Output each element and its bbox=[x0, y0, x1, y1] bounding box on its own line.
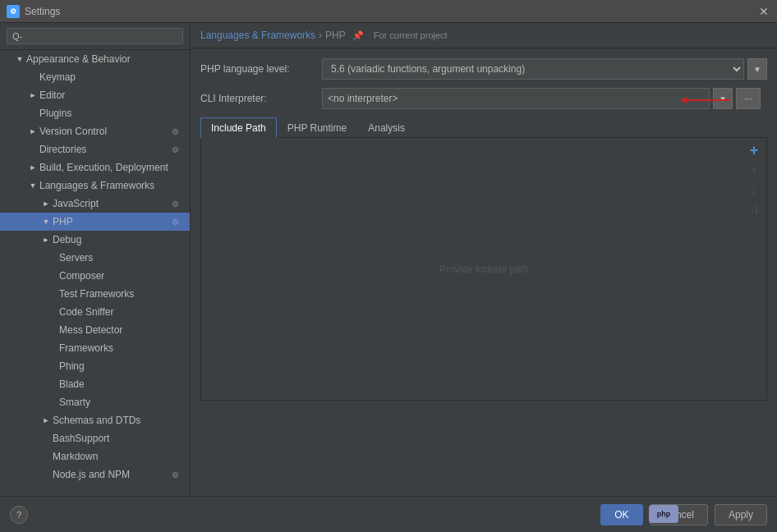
arrow-icon: ► bbox=[26, 161, 39, 174]
sidebar-item-label: Keymap bbox=[39, 71, 183, 83]
sidebar-item-build[interactable]: ► Build, Execution, Deployment bbox=[0, 158, 190, 177]
help-button[interactable]: ? bbox=[10, 506, 28, 524]
language-level-select[interactable]: 5.6 (variadic functions, argument unpack… bbox=[322, 58, 744, 80]
move-down-button[interactable]: ↓ bbox=[745, 181, 763, 199]
tabs-container: Include Path PHP Runtime Analysis Provid… bbox=[200, 117, 767, 401]
sidebar-item-test-frameworks[interactable]: Test Frameworks bbox=[0, 285, 190, 303]
sidebar-item-label: Directories bbox=[39, 144, 168, 155]
spacer bbox=[46, 269, 59, 282]
arrow-icon: ► bbox=[26, 89, 39, 102]
sidebar-item-label: Frameworks bbox=[59, 342, 183, 354]
sidebar-item-appearance[interactable]: ▼ Appearance & Behavior bbox=[0, 50, 190, 68]
language-level-label: PHP language level: bbox=[200, 63, 315, 75]
sidebar-item-label: Plugins bbox=[39, 108, 183, 119]
spacer bbox=[46, 251, 59, 264]
sidebar-item-phing[interactable]: Phing bbox=[0, 357, 190, 375]
sidebar-item-composer[interactable]: Composer bbox=[0, 267, 190, 285]
sidebar-item-label: Version Control bbox=[39, 126, 168, 137]
sidebar-item-javascript[interactable]: ► JavaScript ⚙ bbox=[0, 195, 190, 213]
spacer bbox=[39, 450, 53, 463]
sidebar-item-label: PHP bbox=[53, 216, 168, 227]
breadcrumb-part1[interactable]: Languages & Frameworks bbox=[200, 30, 315, 41]
sidebar-item-markdown[interactable]: Markdown bbox=[0, 447, 190, 466]
apply-button[interactable]: Apply bbox=[715, 504, 767, 525]
arrow-icon: ► bbox=[39, 197, 53, 210]
sidebar-item-label: Smarty bbox=[59, 397, 183, 408]
tabs-row: Include Path PHP Runtime Analysis bbox=[200, 117, 767, 138]
settings-content: PHP language level: 5.6 (variadic functi… bbox=[191, 48, 777, 496]
spacer bbox=[46, 323, 59, 337]
arrow-icon: ▼ bbox=[13, 53, 26, 66]
language-level-control: 5.6 (variadic functions, argument unpack… bbox=[322, 58, 767, 80]
spacer bbox=[26, 143, 39, 156]
close-button[interactable]: ✕ bbox=[757, 5, 770, 18]
add-button[interactable]: + bbox=[745, 141, 763, 159]
title-bar: ⚙ Settings ✕ bbox=[0, 0, 777, 23]
sidebar-item-label: Schemas and DTDs bbox=[53, 415, 183, 426]
sidebar-item-nodejs[interactable]: Node.js and NPM ⚙ bbox=[0, 466, 190, 484]
sidebar-item-plugins[interactable]: Plugins bbox=[0, 104, 190, 122]
ok-button[interactable]: OK bbox=[600, 504, 642, 525]
arrow-icon: ▼ bbox=[26, 179, 39, 192]
sidebar-item-mess-detector[interactable]: Mess Detector bbox=[0, 321, 190, 339]
move-to-end-button[interactable]: ↓| bbox=[745, 200, 763, 218]
settings-icon: ⚙ bbox=[168, 215, 182, 228]
cli-interpreter-row: CLI Interpreter: ▼ ··· 2 bbox=[200, 88, 767, 109]
tab-include-path[interactable]: Include Path bbox=[200, 117, 277, 138]
sidebar-item-blade[interactable]: Blade bbox=[0, 375, 190, 393]
bottom-bar: ? php OK Cancel Apply bbox=[0, 496, 777, 532]
sidebar-item-label: Code Sniffer bbox=[59, 306, 183, 318]
include-path-placeholder: Provide include path bbox=[439, 264, 529, 275]
arrow-icon: ► bbox=[26, 125, 39, 138]
sidebar-item-schemas[interactable]: ► Schemas and DTDs bbox=[0, 411, 190, 429]
spacer bbox=[46, 342, 59, 355]
spacer bbox=[46, 305, 59, 319]
main-layout: ▼ Appearance & Behavior Keymap ► Editor … bbox=[0, 23, 777, 496]
spacer bbox=[46, 287, 59, 300]
cli-interpreter-label: CLI Interpreter: bbox=[200, 93, 315, 104]
arrow-icon: ► bbox=[39, 414, 53, 427]
tab-toolbar: + ↑ ↓ ↓| bbox=[745, 141, 763, 218]
sidebar-item-frameworks[interactable]: Frameworks bbox=[0, 339, 190, 357]
tab-php-runtime[interactable]: PHP Runtime bbox=[277, 117, 357, 138]
sidebar-item-keymap[interactable]: Keymap bbox=[0, 68, 190, 86]
sidebar-item-code-sniffer[interactable]: Code Sniffer bbox=[0, 303, 190, 321]
sidebar-item-editor[interactable]: ► Editor bbox=[0, 86, 190, 104]
language-level-dropdown-btn[interactable]: ▼ bbox=[747, 58, 767, 80]
cli-interpreter-dropdown-btn[interactable]: ▼ bbox=[713, 88, 733, 109]
spacer bbox=[46, 360, 59, 373]
sidebar-item-languages[interactable]: ▼ Languages & Frameworks bbox=[0, 177, 190, 195]
sidebar-item-smarty[interactable]: Smarty bbox=[0, 393, 190, 411]
move-up-button[interactable]: ↑ bbox=[745, 161, 763, 179]
spacer bbox=[46, 396, 59, 409]
settings-icon: ⚙ bbox=[168, 125, 182, 138]
spacer bbox=[39, 432, 53, 445]
breadcrumb-part2: PHP bbox=[325, 30, 346, 41]
php-badge: php bbox=[649, 505, 678, 523]
sidebar-item-directories[interactable]: Directories ⚙ bbox=[0, 140, 190, 158]
spacer bbox=[46, 378, 59, 391]
sidebar: ▼ Appearance & Behavior Keymap ► Editor … bbox=[0, 23, 191, 496]
sidebar-item-debug[interactable]: ► Debug bbox=[0, 231, 190, 249]
search-input[interactable] bbox=[7, 28, 183, 44]
sidebar-item-bash-support[interactable]: BashSupport bbox=[0, 429, 190, 447]
sidebar-item-label: Markdown bbox=[53, 451, 183, 462]
sidebar-item-label: JavaScript bbox=[53, 198, 168, 209]
sidebar-item-servers[interactable]: Servers bbox=[0, 249, 190, 267]
breadcrumb: Languages & Frameworks › PHP 📌 For curre… bbox=[191, 23, 777, 48]
settings-icon: ⚙ bbox=[168, 468, 182, 481]
arrow-icon: ► bbox=[39, 233, 53, 246]
sidebar-item-label: Blade bbox=[59, 378, 183, 390]
arrow-icon: ▼ bbox=[39, 215, 53, 228]
breadcrumb-tag: For current project bbox=[374, 30, 448, 40]
cli-interpreter-input[interactable] bbox=[322, 88, 710, 109]
spacer bbox=[26, 107, 39, 120]
sidebar-item-label: Mess Detector bbox=[59, 324, 183, 336]
tab-analysis[interactable]: Analysis bbox=[357, 117, 416, 138]
sidebar-item-label: Node.js and NPM bbox=[53, 469, 168, 480]
search-box bbox=[0, 23, 190, 50]
sidebar-item-php[interactable]: ▼ PHP ⚙ bbox=[0, 213, 190, 231]
sidebar-item-label: Editor bbox=[39, 89, 183, 101]
sidebar-item-version-control[interactable]: ► Version Control ⚙ bbox=[0, 122, 190, 140]
cli-interpreter-more-btn[interactable]: ··· bbox=[736, 88, 761, 109]
